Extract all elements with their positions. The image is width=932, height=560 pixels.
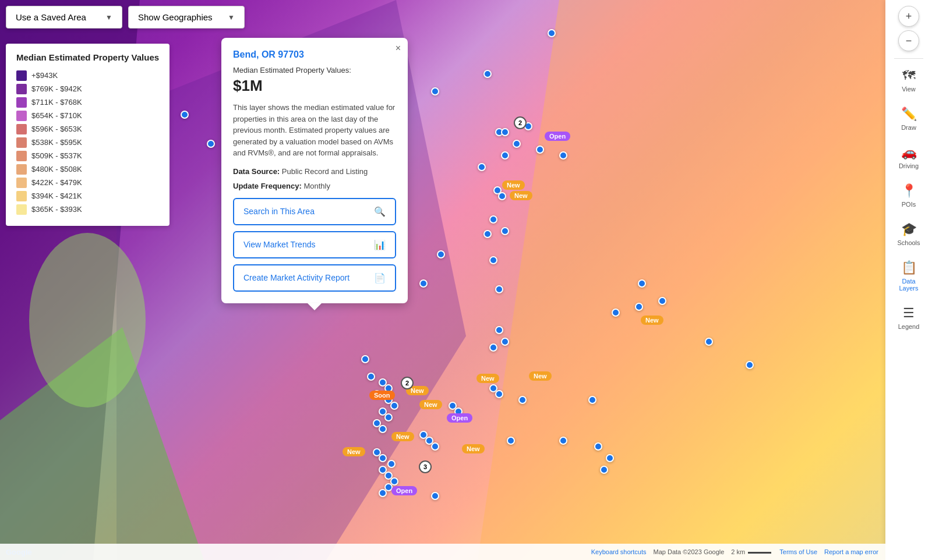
report-error-link[interactable]: Report a map error (824, 548, 878, 555)
new-badge[interactable]: New (419, 400, 442, 409)
map-dot[interactable] (498, 192, 506, 200)
sidebar-label-draw: Draw (901, 124, 916, 131)
terms-of-use-link[interactable]: Terms of Use (779, 548, 817, 555)
popup-description: This layer shows the median estimated va… (233, 102, 396, 159)
legend-item: $596K - $653K (16, 124, 159, 134)
sidebar-item-schools[interactable]: 🎓 Schools (890, 216, 927, 252)
map-dot[interactable] (501, 151, 509, 160)
map-dot[interactable] (431, 87, 439, 95)
map-dot[interactable] (612, 309, 620, 317)
map-dot[interactable] (390, 402, 398, 410)
map-dot[interactable] (387, 460, 396, 468)
map-dot[interactable] (638, 279, 646, 288)
map-dot[interactable] (489, 343, 497, 352)
legend-color-swatch (16, 111, 27, 121)
map-dot[interactable] (746, 361, 754, 369)
map-dot[interactable] (501, 227, 509, 235)
new-badge[interactable]: New (529, 371, 552, 381)
map-dot[interactable] (379, 454, 387, 462)
new-badge[interactable]: New (343, 447, 365, 456)
new-badge[interactable]: New (391, 432, 414, 441)
map-dot[interactable] (495, 285, 503, 293)
map-dot[interactable] (483, 230, 492, 238)
saved-area-dropdown[interactable]: Use a Saved Area ▼ (6, 6, 122, 29)
open-badge[interactable]: Open (447, 413, 472, 423)
legend-panel: Median Estimated Property Values +$943K$… (6, 44, 170, 226)
soon-badge[interactable]: Soon (369, 391, 395, 400)
map-dot[interactable] (361, 355, 369, 363)
new-badge[interactable]: New (502, 180, 525, 190)
map-dot[interactable] (548, 29, 556, 37)
legend-item: +$943K (16, 70, 159, 81)
map-dot[interactable] (483, 70, 492, 78)
show-geographies-dropdown[interactable]: Show Geographies ▼ (128, 6, 245, 29)
map-dot[interactable] (588, 396, 596, 404)
map-dot[interactable] (705, 338, 713, 346)
legend-color-swatch (16, 164, 27, 175)
zoom-out-button[interactable]: − (898, 30, 919, 51)
map-dot[interactable] (431, 492, 439, 500)
map-dot[interactable] (606, 454, 614, 462)
open-badge[interactable]: Open (545, 132, 570, 141)
sidebar-label-data-layers: Data Layers (892, 278, 925, 292)
map-dot[interactable] (559, 151, 567, 160)
popup-close-button[interactable]: × (396, 44, 401, 53)
map-dot[interactable] (489, 215, 497, 224)
map-dot[interactable] (501, 338, 509, 346)
map-dot[interactable] (495, 326, 503, 334)
map-dot[interactable] (478, 163, 486, 171)
cluster-badge[interactable]: 3 (419, 460, 432, 473)
map-dot[interactable] (600, 466, 608, 474)
cluster-badge[interactable]: 2 (401, 377, 414, 389)
map-dot[interactable] (489, 256, 497, 264)
map-dot[interactable] (513, 140, 521, 148)
open-badge[interactable]: Open (391, 486, 417, 495)
map-dot[interactable] (419, 279, 428, 288)
map-dot[interactable] (384, 413, 393, 421)
sidebar-label-view: View (902, 86, 916, 93)
new-badge[interactable]: New (641, 316, 663, 325)
sidebar-divider (894, 58, 923, 59)
map-dot[interactable] (501, 128, 509, 136)
legend-item: $394K - $421K (16, 191, 159, 201)
map-dot[interactable] (379, 489, 387, 497)
new-badge[interactable]: New (476, 374, 499, 383)
legend-item: $422K - $479K (16, 178, 159, 188)
map-dot[interactable] (437, 250, 445, 258)
zoom-in-button[interactable]: + (898, 6, 919, 27)
sidebar-item-legend[interactable]: ☰ Legend (890, 300, 927, 336)
create-report-button[interactable]: Create Market Activity Report 📄 (233, 264, 396, 292)
sidebar-item-driving[interactable]: 🚗 Driving (890, 139, 927, 175)
legend-color-swatch (16, 97, 27, 108)
cluster-badge[interactable]: 2 (514, 116, 527, 129)
sidebar-item-draw[interactable]: ✏️ Draw (890, 101, 927, 137)
search-in-area-button[interactable]: Search in This Area 🔍 (233, 198, 396, 225)
chart-icon: 📊 (374, 239, 386, 250)
map-dot[interactable] (658, 297, 666, 305)
sidebar-label-driving: Driving (899, 162, 919, 169)
map-dot[interactable] (635, 303, 643, 311)
keyboard-shortcuts-link[interactable]: Keyboard shortcuts (591, 548, 647, 555)
sidebar-item-pois[interactable]: 📍 POIs (890, 178, 927, 214)
sidebar-item-view[interactable]: 🗺 View (890, 62, 927, 98)
map-dot[interactable] (559, 437, 567, 445)
sidebar-item-data-layers[interactable]: 📋 Data Layers (890, 254, 927, 297)
map-dot[interactable] (379, 425, 387, 433)
legend-color-swatch (16, 137, 27, 148)
new-badge[interactable]: New (462, 444, 485, 453)
new-badge[interactable]: New (510, 191, 532, 200)
map-dot[interactable] (495, 390, 503, 398)
sidebar-label-legend: Legend (898, 323, 920, 330)
map-dot[interactable] (594, 442, 602, 451)
chevron-down-icon: ▼ (228, 13, 235, 22)
map-dot[interactable] (518, 396, 527, 404)
map-dot[interactable] (507, 437, 515, 445)
legend-item: $769K - $942K (16, 84, 159, 94)
map-dot[interactable] (181, 111, 189, 119)
map-dot[interactable] (536, 146, 544, 154)
view-market-trends-button[interactable]: View Market Trends 📊 (233, 231, 396, 258)
map-dot[interactable] (207, 140, 215, 148)
map-dot[interactable] (431, 442, 439, 451)
map-dot[interactable] (367, 373, 375, 381)
map-data-text: Map Data ©2023 Google (654, 548, 725, 555)
